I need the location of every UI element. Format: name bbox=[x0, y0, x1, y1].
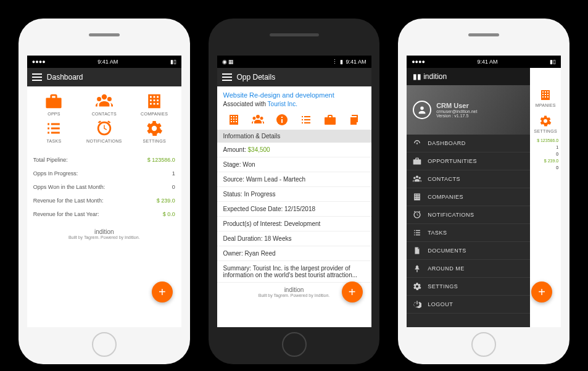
stat-label: Revenue for the Last Year: bbox=[33, 211, 99, 217]
field-owner: Owner: Ryan Reed bbox=[217, 246, 371, 261]
field-summary: Summary: Tourist Inc. is the largest pro… bbox=[217, 261, 371, 283]
stat-value: 0 bbox=[172, 184, 175, 190]
stat-value: 1 bbox=[530, 144, 561, 151]
screen: ●●●● 9:41 AM ▮▯ Dashboard OPPS CONTACTS bbox=[27, 56, 181, 327]
fab-add-button[interactable]: + bbox=[342, 281, 363, 302]
nav-label: SETTINGS bbox=[143, 139, 165, 143]
drawer-hero: CRM User crmuser@indition.net Version : … bbox=[407, 85, 530, 135]
stat-row: Opps In Progress:1 bbox=[33, 167, 175, 180]
menu-tasks[interactable]: TASKS bbox=[407, 224, 530, 242]
menu-settings[interactable]: SETTINGS bbox=[407, 278, 530, 296]
opp-association: Associated with Tourist Inc. bbox=[223, 101, 365, 107]
menu-label: DOCUMENTS bbox=[428, 248, 466, 254]
battery-icon: ▮▯ bbox=[550, 59, 556, 65]
menu-documents[interactable]: DOCUMENTS bbox=[407, 242, 530, 260]
nav-companies[interactable]: MPANIES bbox=[530, 85, 561, 111]
stat-row: Revenue for the Last Month:$ 239.0 bbox=[33, 194, 175, 207]
info-icon[interactable] bbox=[276, 114, 288, 126]
menu-companies[interactable]: COMPANIES bbox=[407, 188, 530, 206]
nav-drawer: ▮▮indition CRM User crmuser@indition.net… bbox=[407, 68, 530, 327]
phone-speaker bbox=[89, 33, 120, 36]
phone-drawer: ●●●● 9:41 AM ▮▯ MPANIES SETTINGS $ 12358… bbox=[398, 19, 569, 364]
menu-around-me[interactable]: AROUND ME bbox=[407, 260, 530, 278]
nav-contacts[interactable]: CONTACTS bbox=[81, 93, 127, 116]
user-version: Version : v1.17.5 bbox=[436, 114, 477, 118]
field-source: Source: Warm Lead - Martech bbox=[217, 172, 371, 187]
menu-opportunities[interactable]: OPPORTUNITIES bbox=[407, 152, 530, 170]
fab-add-button[interactable]: + bbox=[531, 281, 552, 302]
briefcase-icon[interactable] bbox=[324, 114, 336, 126]
pin-icon bbox=[413, 264, 421, 273]
titlebar: Dashboard bbox=[27, 68, 181, 86]
contacts-icon[interactable] bbox=[252, 114, 264, 126]
stat-row: Total Pipeline:$ 123586.0 bbox=[33, 153, 175, 167]
battery-icon: ▮ bbox=[340, 59, 343, 65]
stat-value: $ 123586.0 bbox=[530, 137, 561, 144]
building-icon[interactable] bbox=[228, 114, 240, 126]
nav-companies[interactable]: COMPANIES bbox=[131, 93, 177, 116]
hamburger-icon[interactable] bbox=[222, 73, 232, 81]
user-icon bbox=[416, 104, 428, 115]
menu-label: TASKS bbox=[428, 230, 447, 236]
document-icon bbox=[413, 246, 421, 255]
gear-icon bbox=[539, 115, 552, 127]
stat-value: 0 bbox=[530, 151, 561, 157]
statusbar-time: 9:41 AM bbox=[97, 59, 118, 65]
list-icon bbox=[413, 228, 421, 237]
nav-label: NOTIFICATIONS bbox=[86, 139, 122, 143]
field-value: $34,500 bbox=[248, 146, 270, 153]
page-title: Dashboard bbox=[47, 73, 83, 81]
home-button[interactable] bbox=[92, 332, 117, 357]
menu-label: SETTINGS bbox=[428, 283, 458, 290]
field-duration: Deal Duration: 18 Weeks bbox=[217, 231, 371, 246]
brand-logo: indition bbox=[27, 228, 181, 235]
nav-notifications[interactable]: NOTIFICATIONS bbox=[81, 120, 127, 143]
assoc-link[interactable]: Tourist Inc. bbox=[268, 101, 297, 107]
phone-opp-details: ◉ ▦ ⋮▮9:41 AM Opp Details Website Re-des… bbox=[209, 19, 380, 364]
wifi-icon: ⋮ bbox=[332, 59, 337, 65]
drawer-menu: DASHBOARD OPPORTUNITIES CONTACTS COMPANI… bbox=[407, 135, 530, 327]
field-status: Status: In Progress bbox=[217, 187, 371, 202]
nav-tasks[interactable]: TASKS bbox=[31, 120, 77, 143]
menu-notifications[interactable]: NOTIFICATIONS bbox=[407, 206, 530, 224]
statusbar: ◉ ▦ ⋮▮9:41 AM bbox=[217, 56, 371, 68]
power-icon bbox=[413, 300, 421, 309]
field-product: Product(s) of Interest: Development bbox=[217, 217, 371, 231]
menu-contacts[interactable]: CONTACTS bbox=[407, 170, 530, 188]
section-header: Information & Details bbox=[217, 130, 371, 143]
list-icon[interactable] bbox=[300, 114, 312, 126]
brand-text: indition bbox=[423, 72, 447, 81]
avatar[interactable] bbox=[413, 101, 431, 119]
hamburger-icon[interactable] bbox=[32, 73, 42, 81]
fab-add-button[interactable]: + bbox=[152, 281, 173, 302]
statusbar-time: 9:41 AM bbox=[478, 59, 498, 65]
stats-list: Total Pipeline:$ 123586.0 Opps In Progre… bbox=[27, 149, 181, 225]
menu-logout[interactable]: LOGOUT bbox=[407, 296, 530, 314]
screen: ◉ ▦ ⋮▮9:41 AM Opp Details Website Re-des… bbox=[217, 56, 371, 327]
battery-icon: ▮▯ bbox=[170, 59, 176, 65]
user-name: CRM User bbox=[436, 102, 477, 109]
contacts-icon bbox=[96, 93, 113, 110]
copy-icon[interactable] bbox=[348, 114, 360, 126]
user-info: CRM User crmuser@indition.net Version : … bbox=[436, 102, 477, 118]
nav-settings[interactable]: SETTINGS bbox=[131, 120, 177, 143]
nav-opps[interactable]: OPPS bbox=[31, 93, 77, 116]
menu-dashboard[interactable]: DASHBOARD bbox=[407, 135, 530, 152]
home-button[interactable] bbox=[471, 332, 496, 357]
statusbar-time: 9:41 AM bbox=[346, 59, 366, 65]
clock-icon bbox=[96, 120, 113, 137]
social-icons: ◉ ▦ bbox=[222, 59, 234, 65]
home-button[interactable] bbox=[282, 332, 307, 357]
footer-text: Built by Tagrem. Powered by Indition. bbox=[27, 235, 181, 240]
nav-label: COMPANIES bbox=[141, 112, 168, 116]
contacts-icon bbox=[413, 175, 421, 183]
field-stage: Stage: Won bbox=[217, 157, 371, 172]
user-email: crmuser@indition.net bbox=[436, 109, 477, 114]
screen: ●●●● 9:41 AM ▮▯ MPANIES SETTINGS $ 12358… bbox=[407, 56, 561, 327]
nav-settings[interactable]: SETTINGS bbox=[530, 111, 561, 137]
clock-icon bbox=[413, 211, 421, 219]
opp-title: Website Re-design and development bbox=[223, 91, 365, 99]
building-icon bbox=[413, 193, 421, 201]
stat-value: $ 239.0 bbox=[530, 157, 561, 164]
phone-speaker bbox=[468, 33, 499, 36]
